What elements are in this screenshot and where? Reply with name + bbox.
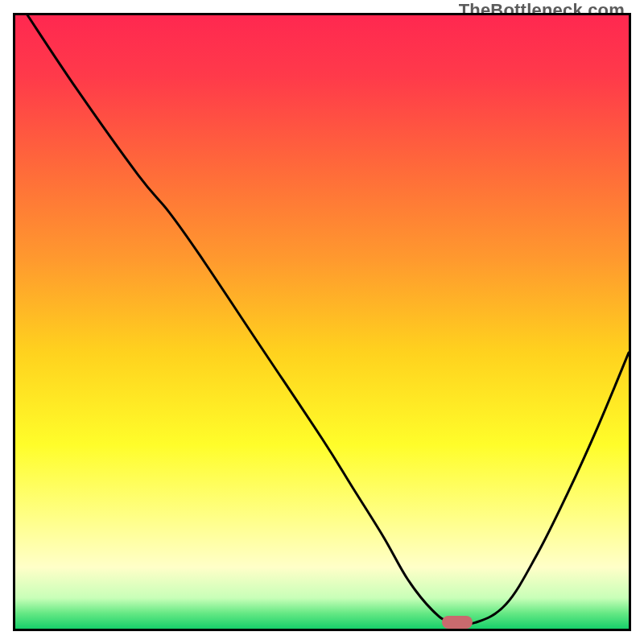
optimal-marker (442, 616, 473, 629)
chart-frame (13, 13, 631, 631)
bottleneck-curve-path (27, 15, 629, 625)
curve-layer (15, 15, 629, 629)
